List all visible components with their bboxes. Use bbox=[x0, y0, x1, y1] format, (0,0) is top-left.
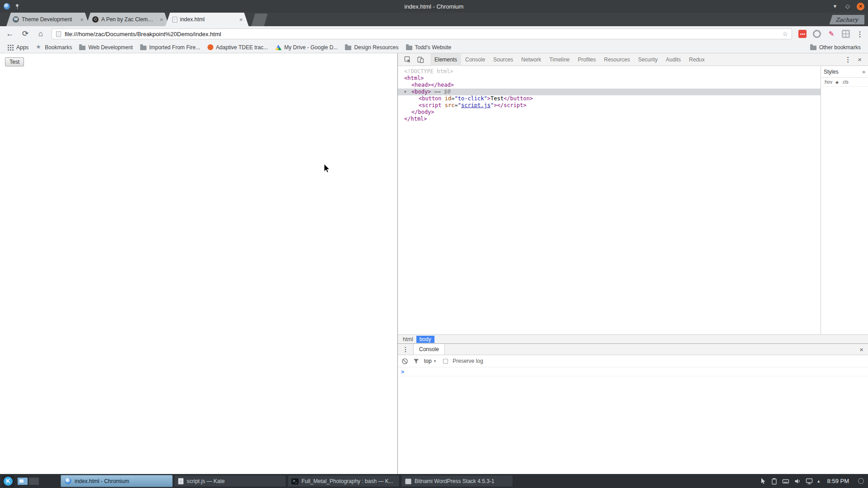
extension-icon-circle[interactable] bbox=[813, 30, 821, 38]
url-text[interactable]: file:///home/zac/Documents/Breakpoint%20… bbox=[65, 31, 778, 38]
bookmark-my-drive-google-d[interactable]: My Drive - Google D... bbox=[272, 42, 342, 52]
elements-tree-row[interactable]: <html> bbox=[398, 75, 821, 82]
extension-icon-grid[interactable] bbox=[842, 30, 850, 38]
taskbar-task-script-js-kate[interactable]: script.js — Kate bbox=[174, 475, 286, 487]
bookmark-todd-s-website[interactable]: Todd's Website bbox=[402, 42, 455, 52]
disclosure-arrow-icon[interactable]: ▼ bbox=[404, 89, 406, 95]
close-window-button[interactable]: × bbox=[857, 3, 864, 10]
taskbar-task-index-html-chromium[interactable]: index.html - Chromium bbox=[61, 475, 173, 487]
bookmarks-bar: AppsBookmarksWeb DevelopmentImported Fro… bbox=[0, 42, 868, 53]
devtools-tab-timeline[interactable]: Timeline bbox=[545, 53, 574, 66]
star-blue-icon bbox=[36, 44, 42, 51]
browser-menu-icon[interactable]: ⋮ bbox=[856, 30, 863, 38]
elements-tree-row[interactable]: <!DOCTYPE html> bbox=[398, 68, 821, 75]
keyboard-icon[interactable] bbox=[782, 478, 789, 485]
console-prompt-row[interactable]: > bbox=[398, 367, 868, 376]
display-icon[interactable] bbox=[806, 478, 813, 485]
filter-icon[interactable] bbox=[413, 358, 420, 365]
browser-tab-theme-development[interactable]: Theme Development× bbox=[6, 13, 90, 26]
devtools-tab-elements[interactable]: Elements bbox=[430, 53, 461, 66]
taskbar-task-full_metal_photography-bash-k[interactable]: Full_Metal_Photography : bash — K... bbox=[288, 475, 400, 487]
devtools-tab-redux[interactable]: Redux bbox=[685, 53, 709, 66]
reload-button[interactable]: ⟳ bbox=[21, 29, 30, 38]
tab-close-icon[interactable]: × bbox=[158, 16, 165, 23]
taskbar-task-bitnami-wordpress-stack-4-5-3-1[interactable]: Bitnami WordPress Stack 4.5.3-1 bbox=[401, 475, 513, 487]
address-bar[interactable]: file:///home/zac/Documents/Breakpoint%20… bbox=[52, 28, 792, 39]
devtools-tab-resources[interactable]: Resources bbox=[600, 53, 634, 66]
overflow-icon[interactable]: » bbox=[862, 69, 865, 75]
desktop-2-thumbnail[interactable] bbox=[29, 478, 39, 485]
breadcrumb-html[interactable]: html bbox=[400, 336, 416, 343]
desktop-1-thumbnail[interactable] bbox=[18, 478, 28, 485]
task-label: Full_Metal_Photography : bash — K... bbox=[302, 478, 393, 484]
bookmark-web-development[interactable]: Web Development bbox=[75, 42, 137, 52]
folder-icon bbox=[140, 46, 146, 50]
clear-console-icon[interactable] bbox=[401, 358, 408, 365]
back-button[interactable]: ← bbox=[5, 29, 14, 38]
devtools-tab-bar: ElementsConsoleSourcesNetworkTimelinePro… bbox=[398, 53, 868, 66]
resource-link[interactable]: script.js bbox=[461, 102, 491, 108]
devtools-tab-audits[interactable]: Audits bbox=[662, 53, 685, 66]
kate-icon bbox=[178, 478, 184, 484]
notifications-icon[interactable] bbox=[858, 478, 864, 484]
class-toggle-button[interactable]: .cls bbox=[842, 80, 849, 84]
tab-close-icon[interactable]: × bbox=[79, 16, 85, 23]
drawer-menu-icon[interactable]: ⋮ bbox=[398, 346, 413, 353]
elements-tree-row[interactable]: <button id="to-click">Test</button> bbox=[398, 95, 821, 102]
bookmark-imported-from-fire[interactable]: Imported From Fire... bbox=[137, 42, 204, 52]
chromium-window-icon bbox=[4, 3, 10, 9]
bookmark-design-resources[interactable]: Design Resources bbox=[341, 42, 402, 52]
bookmark-label: Apps bbox=[16, 44, 28, 51]
profile-badge[interactable]: Zachary bbox=[829, 15, 864, 24]
breadcrumb-body[interactable]: body bbox=[416, 336, 434, 343]
devtools-tab-console[interactable]: Console bbox=[461, 53, 489, 66]
extension-icon-pencil[interactable]: ✎ bbox=[827, 30, 835, 38]
test-button[interactable]: Test bbox=[5, 57, 24, 66]
clock[interactable]: 8:59 PM bbox=[827, 478, 849, 484]
folder-icon bbox=[810, 46, 816, 50]
tab-close-icon[interactable]: × bbox=[238, 16, 244, 23]
extension-icon-red[interactable] bbox=[798, 30, 807, 38]
app-launcher-button[interactable] bbox=[2, 475, 14, 487]
volume-icon[interactable] bbox=[794, 478, 801, 485]
page-icon bbox=[172, 17, 177, 23]
bookmark-apps[interactable]: Apps bbox=[4, 42, 32, 52]
devtools-tab-sources[interactable]: Sources bbox=[489, 53, 517, 66]
device-toolbar-icon[interactable] bbox=[417, 56, 424, 63]
devtools-tab-security[interactable]: Security bbox=[634, 53, 661, 66]
elements-tree-row[interactable]: </body> bbox=[398, 109, 821, 116]
drawer-tab-console[interactable]: Console bbox=[413, 344, 445, 355]
clipboard-icon[interactable] bbox=[771, 478, 778, 485]
inspect-element-icon[interactable] bbox=[404, 56, 411, 63]
tray-pointer-icon[interactable] bbox=[760, 478, 766, 485]
breadcrumb: htmlbody bbox=[398, 334, 868, 343]
bookmark-star-icon[interactable]: ☆ bbox=[782, 30, 788, 38]
elements-tree-row[interactable]: <script src="script.js"></script> bbox=[398, 102, 821, 109]
hover-state-button[interactable]: :hov bbox=[824, 80, 832, 84]
elements-tree-row[interactable]: </html> bbox=[398, 116, 821, 122]
pin-icon[interactable] bbox=[14, 4, 20, 9]
execution-context-selector[interactable]: top ▾ bbox=[424, 358, 436, 364]
elements-tree-row[interactable]: ▼<body> == $0 bbox=[398, 89, 821, 95]
new-tab-button[interactable] bbox=[251, 14, 268, 26]
devtools-tab-profiles[interactable]: Profiles bbox=[574, 53, 600, 66]
devtools-tab-network[interactable]: Network bbox=[517, 53, 545, 66]
minimize-button[interactable]: ▾ bbox=[831, 3, 839, 10]
browser-tab-index-html[interactable]: index.html× bbox=[165, 13, 249, 26]
elements-tree-row[interactable]: <head></head> bbox=[398, 82, 821, 89]
other-bookmarks-button[interactable]: Other bookmarks bbox=[807, 42, 864, 52]
element-state-icon[interactable]: ◆ bbox=[835, 80, 839, 84]
devtools-menu-icon[interactable]: ⋮ bbox=[841, 56, 855, 64]
tab-title: A Pen by Zac Clemans bbox=[101, 16, 156, 23]
bookmark-adaptive-tdee-trac[interactable]: Adaptive TDEE trac... bbox=[204, 42, 272, 52]
maximize-button[interactable]: ◇ bbox=[844, 3, 851, 10]
browser-tab-a-pen-by-zac-clemans[interactable]: A Pen by Zac Clemans× bbox=[86, 13, 169, 26]
bookmark-bookmarks[interactable]: Bookmarks bbox=[32, 42, 75, 52]
window-titlebar[interactable]: index.html - Chromium ▾ ◇ × bbox=[0, 0, 868, 13]
drawer-close-icon[interactable]: × bbox=[855, 346, 868, 353]
devtools-close-icon[interactable]: × bbox=[855, 56, 864, 63]
preserve-log-checkbox[interactable] bbox=[443, 359, 448, 364]
tray-expand-icon[interactable]: ▴ bbox=[817, 478, 820, 484]
virtual-desktop-pager[interactable] bbox=[18, 478, 39, 485]
home-button[interactable]: ⌂ bbox=[36, 29, 45, 38]
